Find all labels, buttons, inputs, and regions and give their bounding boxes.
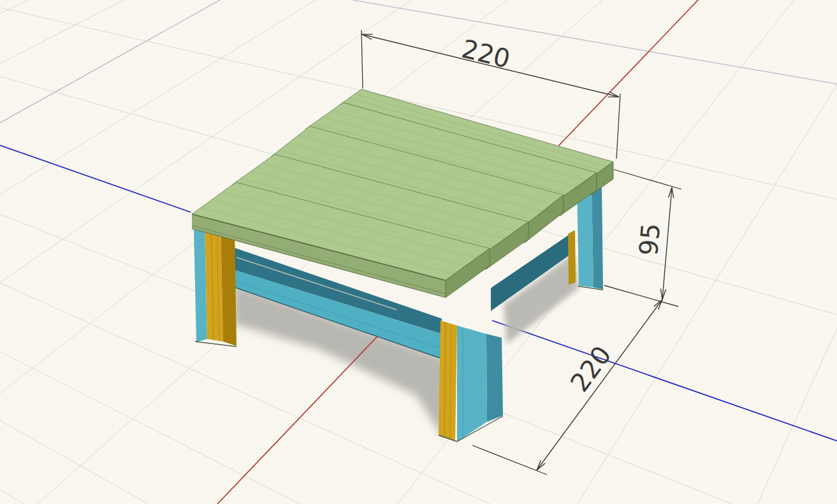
leg-front-yellow-face [439, 320, 457, 441]
leg-right-side-face [592, 183, 603, 289]
dimension-height-value[interactable]: 95 [634, 222, 666, 257]
leg-left-yellow-lit-face [205, 222, 223, 342]
cad-viewport[interactable]: 220 95 220 [0, 0, 837, 504]
scene-canvas[interactable]: 220 95 220 [0, 0, 837, 504]
leg-front-teal-side-face [486, 334, 503, 422]
leg-front-teal-lit-face [457, 326, 487, 442]
leg-right-inner-post [568, 230, 576, 285]
